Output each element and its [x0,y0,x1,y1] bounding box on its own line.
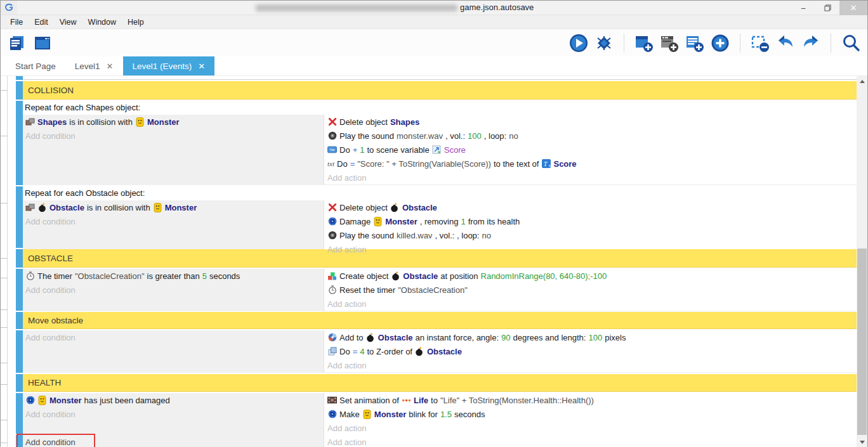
event-drag-bar[interactable] [16,76,23,80]
for-each-header[interactable]: Repeat for each Shapes object: [23,101,857,115]
tab-level1[interactable]: Level1✕ [65,56,123,75]
condition-row[interactable]: Shapes is in collision with Monster [25,115,324,129]
event-drag-bar[interactable] [16,330,23,373]
actions-column[interactable]: Add action [324,435,857,447]
play-button[interactable] [569,33,589,53]
search-button[interactable] [841,33,861,53]
scroll-up-arrow[interactable] [857,76,867,87]
collision-icon [25,203,35,212]
timer-icon [327,285,337,295]
add-event-button[interactable] [634,33,654,53]
add-condition-button[interactable]: Add condition [25,283,324,297]
add-comment-button[interactable] [685,33,705,53]
action-row[interactable]: Set animation of Life to "Life" + ToStri… [327,393,857,407]
text-segment: Make [339,410,360,419]
condition-row[interactable]: The timer "ObstacleCreation" is greater … [25,269,324,283]
action-row[interactable]: Add to Obstacle an instant force, angle:… [327,330,857,344]
text-segment: The timer [37,271,72,281]
add-action-button[interactable]: Add action [327,435,857,447]
debug-button[interactable] [594,33,614,53]
conditions-column[interactable]: Obstacle is in collision with MonsterAdd… [23,200,324,257]
scrollbar-thumb[interactable] [857,249,867,435]
tab-close-icon[interactable]: ✕ [107,62,114,71]
add-condition-button[interactable]: Add condition [25,407,324,421]
tab-level1-events-[interactable]: Level1 (Events)✕ [123,56,215,75]
add-condition-button[interactable]: Add condition [25,129,324,143]
scroll-down-arrow[interactable] [857,437,867,447]
conditions-column[interactable]: Monster has just been damagedAdd conditi… [23,393,324,436]
action-row[interactable]: Play the sound killed.wav, vol.: , loop:… [327,228,857,242]
action-row[interactable]: Reset the timer "ObstacleCreation" [327,283,857,297]
event-drag-bar[interactable] [16,269,23,311]
add-action-button[interactable]: Add action [327,242,857,256]
monster-icon [362,410,372,419]
event-drag-bar[interactable] [16,186,23,248]
event-drag-bar[interactable] [16,249,23,268]
event-drag-bar[interactable] [16,435,23,447]
svg-text:Var: Var [329,148,334,152]
actions-column[interactable]: Add to Obstacle an instant force, angle:… [324,330,857,373]
add-condition-button[interactable]: Add condition [25,435,324,447]
event-drag-bar[interactable] [16,312,23,329]
comment-text[interactable]: HEALTH [28,378,857,387]
vertical-scrollbar[interactable] [857,76,867,447]
undo-button[interactable] [775,33,796,53]
conditions-column[interactable]: Add condition [23,435,324,447]
for-each-header[interactable]: Repeat for each Obstacle object: [23,186,857,200]
add-action-button[interactable]: Add action [327,358,857,372]
minimize-button[interactable]: – [791,1,815,15]
action-row[interactable]: Create object Obstacle at position Rando… [327,269,857,283]
text-segment: Delete object [339,117,388,127]
close-button[interactable]: ✕ [839,1,867,15]
text-segment: Shapes [390,117,419,127]
comment-text[interactable]: COLLISION [28,86,857,95]
menu-window[interactable]: Window [82,15,122,29]
actions-column[interactable]: Set animation of Life to "Life" + ToStri… [324,393,857,436]
add-subevent-button[interactable] [659,33,680,53]
force-icon [327,333,337,342]
action-row[interactable]: Delete object Obstacle [327,200,857,214]
text-segment: to [431,396,438,405]
action-row[interactable]: Delete object Shapes [327,115,857,129]
event-drag-bar[interactable] [16,374,23,392]
actions-column[interactable]: Delete object ObstacleDamage Monster, re… [324,200,857,257]
title-redacted-text [256,4,457,11]
add-circle-button[interactable] [710,33,730,53]
action-row[interactable]: Make Monster blink for 1.5 seconds [327,407,857,421]
action-row[interactable]: txtDo ="Score: " + ToString(Variable(Sco… [327,157,857,171]
conditions-column[interactable]: Shapes is in collision with MonsterAdd c… [23,115,324,185]
event-block: Add conditionAdd action [1,435,857,447]
text-segment: Obstacle [402,203,437,212]
add-condition-button[interactable]: Add condition [25,330,324,344]
restore-button[interactable] [815,1,839,15]
action-row[interactable]: Do =4 to Z-order of Obstacle [327,344,857,358]
action-row[interactable]: Damage Monster, removing 1 from its heal… [327,214,857,228]
condition-row[interactable]: Monster has just been damaged [25,393,324,407]
project-manager-button[interactable] [7,33,27,53]
menu-view[interactable]: View [54,15,82,29]
menu-help[interactable]: Help [122,15,150,29]
action-row[interactable]: Play the sound monster.wav, vol.: 100, l… [327,129,857,143]
event-drag-bar[interactable] [16,393,23,434]
redo-button[interactable] [801,33,821,53]
tab-start-page[interactable]: Start Page [6,56,65,75]
tab-close-icon[interactable]: ✕ [198,62,205,71]
remove-selection-button[interactable] [750,33,770,53]
actions-column[interactable]: Delete object ShapesPlay the sound monst… [324,115,857,185]
action-row[interactable]: VarDo +1 to scene variable Score [327,143,857,157]
add-action-button[interactable]: Add action [327,421,857,435]
conditions-column[interactable]: The timer "ObstacleCreation" is greater … [23,269,324,311]
menu-edit[interactable]: Edit [29,15,54,29]
menu-file[interactable]: File [4,15,29,29]
scene-editor-button[interactable] [32,33,53,53]
event-drag-bar[interactable] [16,101,23,185]
add-condition-button[interactable]: Add condition [25,214,324,228]
condition-row[interactable]: Obstacle is in collision with Monster [25,200,324,214]
text-segment: is in collision with [69,117,133,127]
conditions-column[interactable]: Add condition [23,330,324,373]
event-drag-bar[interactable] [16,81,23,100]
comment-text[interactable]: Move obstacle [28,316,857,325]
add-action-button[interactable]: Add action [327,297,857,311]
add-action-button[interactable]: Add action [327,171,857,185]
actions-column[interactable]: Create object Obstacle at position Rando… [324,269,857,311]
